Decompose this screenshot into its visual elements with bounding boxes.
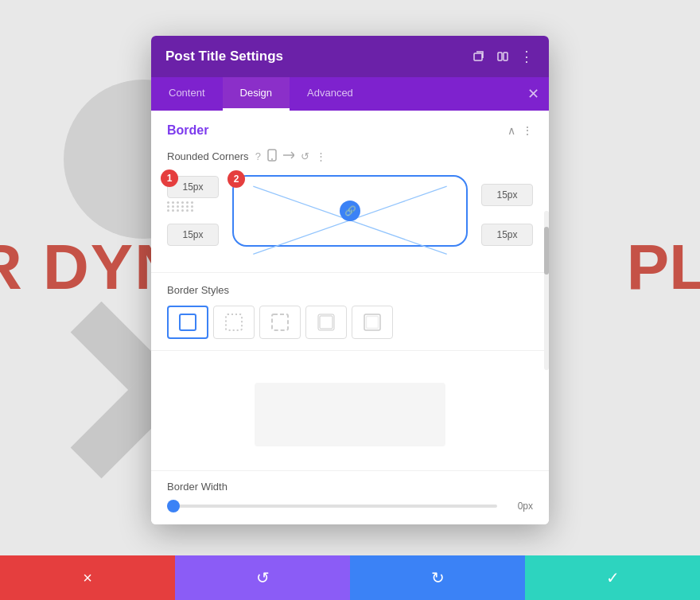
collapse-icon[interactable]: ∧ xyxy=(508,124,515,137)
corner-bottom-right-input[interactable] xyxy=(481,224,533,246)
scroll-indicator[interactable] xyxy=(544,211,549,370)
corner-top-right-container xyxy=(481,184,533,206)
svg-rect-11 xyxy=(320,316,332,329)
border-style-dotted[interactable] xyxy=(213,306,255,339)
panel-close-button[interactable]: ✕ xyxy=(527,77,549,111)
corner-top-left-container: 1 xyxy=(167,176,219,215)
corner-bottom-left-input[interactable] xyxy=(167,224,219,246)
preview-spacer-bottom xyxy=(167,446,533,462)
svg-rect-13 xyxy=(367,317,379,329)
arrow-icon[interactable] xyxy=(283,150,294,162)
border-width-section: Border Width 0px xyxy=(151,470,549,524)
svg-rect-0 xyxy=(474,53,482,60)
tab-design[interactable]: Design xyxy=(223,77,290,111)
expand-icon[interactable] xyxy=(471,49,487,64)
svg-rect-9 xyxy=(272,314,288,330)
step1-badge: 1 xyxy=(161,169,178,187)
svg-rect-1 xyxy=(498,53,502,60)
footer-bar: × ↺ ↻ ✓ xyxy=(0,555,700,600)
border-width-title: Border Width xyxy=(167,481,533,493)
border-style-double[interactable] xyxy=(305,306,347,339)
border-width-value: 0px xyxy=(505,501,533,512)
rounded-corners-row: Rounded Corners ? ↺ ⋮ xyxy=(167,149,533,164)
tab-content[interactable]: Content xyxy=(151,77,223,111)
section-title: Border xyxy=(167,123,208,138)
svg-rect-10 xyxy=(318,314,334,330)
svg-rect-2 xyxy=(504,53,508,60)
rounded-corners-label: Rounded Corners xyxy=(167,150,249,162)
section-header: Border ∧ ⋮ xyxy=(167,123,533,138)
columns-icon[interactable] xyxy=(495,49,511,64)
corner-top-right-input[interactable] xyxy=(481,184,533,206)
svg-point-4 xyxy=(271,158,273,160)
slider-thumb[interactable] xyxy=(167,500,180,512)
panel-tabs: Content Design Advanced ✕ xyxy=(151,77,549,111)
confirm-icon: ✓ xyxy=(606,568,620,587)
modal-overlay: Post Title Settings ⋮ xyxy=(0,0,700,600)
step2-badge: 🔗 xyxy=(344,205,356,216)
more-options-icon[interactable]: ⋮ xyxy=(519,49,535,64)
cancel-icon: × xyxy=(83,569,92,587)
step2-number-badge: 2 xyxy=(228,170,245,188)
border-styles-section: Border Styles xyxy=(151,272,549,350)
tab-advanced[interactable]: Advanced xyxy=(290,77,371,111)
dotted-indicator xyxy=(167,198,219,215)
section-more-icon[interactable]: ⋮ xyxy=(522,124,533,137)
redo-icon: ↻ xyxy=(431,568,445,587)
scroll-thumb xyxy=(544,227,549,275)
reset-button[interactable]: ↺ xyxy=(175,555,350,600)
panel-title: Post Title Settings xyxy=(165,49,283,64)
corner-bottom-left-container xyxy=(167,224,219,246)
panel-body: Border ∧ ⋮ Rounded Corners ? xyxy=(151,111,549,524)
corner-preview: 🔗 2 xyxy=(226,175,474,247)
settings-panel: Post Title Settings ⋮ xyxy=(151,36,549,524)
redo-button[interactable]: ↻ xyxy=(350,555,525,600)
cancel-button[interactable]: × xyxy=(0,555,175,600)
preview-spacer xyxy=(167,359,533,383)
panel-header: Post Title Settings ⋮ xyxy=(151,36,549,77)
svg-rect-8 xyxy=(226,314,242,330)
step2-link-icon[interactable]: 🔗 xyxy=(340,201,360,221)
preview-section xyxy=(151,350,549,470)
preview-inner-box xyxy=(255,383,445,446)
mobile-icon[interactable] xyxy=(267,149,277,164)
border-section: Border ∧ ⋮ Rounded Corners ? xyxy=(151,111,549,272)
border-width-slider[interactable] xyxy=(167,505,497,508)
preview-box: 🔗 2 xyxy=(232,175,468,247)
border-width-row: 0px xyxy=(167,501,533,512)
reset-icon: ↺ xyxy=(256,568,270,587)
confirm-button[interactable]: ✓ xyxy=(525,555,700,600)
svg-rect-7 xyxy=(180,314,196,330)
panel-header-icons: ⋮ xyxy=(471,49,535,64)
help-icon[interactable]: ? xyxy=(255,150,261,162)
border-styles-title: Border Styles xyxy=(167,284,533,296)
border-style-groove[interactable] xyxy=(352,306,393,339)
reset-icon[interactable]: ↺ xyxy=(301,150,309,162)
border-styles-options xyxy=(167,306,533,339)
section-header-actions: ∧ ⋮ xyxy=(508,124,533,137)
more-corners-icon[interactable]: ⋮ xyxy=(316,150,326,162)
corners-grid: 1 xyxy=(167,175,533,247)
corner-bottom-right-container xyxy=(481,224,533,246)
border-style-dashed[interactable] xyxy=(259,306,301,339)
border-style-solid[interactable] xyxy=(167,306,208,339)
